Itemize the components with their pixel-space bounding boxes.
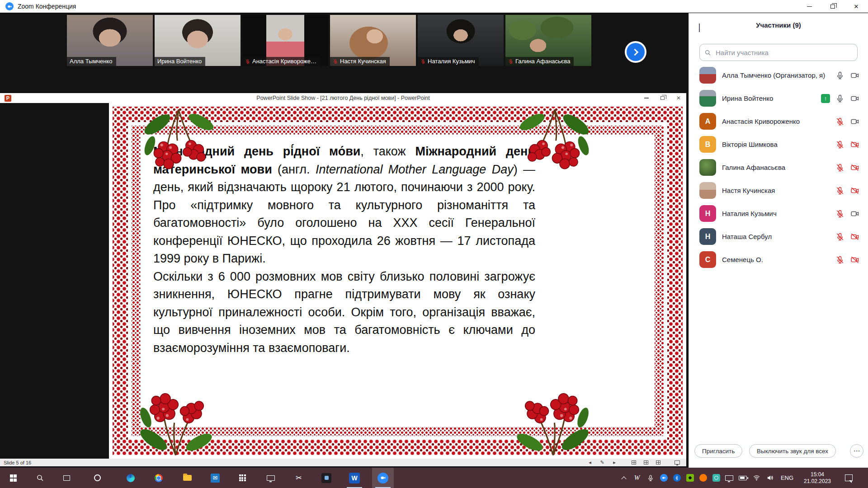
zoom-tray-icon[interactable] xyxy=(658,468,670,488)
participant-name: Семенець О. xyxy=(722,256,835,263)
grid-icon xyxy=(632,460,636,465)
apps-grid-button[interactable] xyxy=(231,468,253,488)
video-thumbnail[interactable]: Настя Кучинская xyxy=(330,15,416,66)
slideshow-options-button[interactable] xyxy=(654,459,663,466)
participant-row[interactable]: В Вікторія Шимкова xyxy=(689,133,868,156)
participant-row[interactable]: Галина Афанасьєва xyxy=(689,156,868,179)
snipping-tool-button[interactable]: ✂ xyxy=(288,468,310,488)
restore-button[interactable] xyxy=(821,0,844,13)
taskbar-search-button[interactable] xyxy=(29,468,51,488)
invite-button[interactable]: Пригласить xyxy=(694,444,742,458)
participant-name: Галина Афанасьєва xyxy=(722,164,835,171)
timer-tray-icon[interactable] xyxy=(710,468,722,488)
avatar: Н xyxy=(699,228,716,245)
chevron-up-icon xyxy=(621,476,626,481)
video-thumbnail[interactable]: Алла Тымченко xyxy=(67,15,153,66)
edge-button[interactable] xyxy=(120,468,142,488)
mic-muted-icon xyxy=(835,209,844,218)
close-icon: ✕ xyxy=(854,3,859,10)
participant-name: Алла Тымченко (Организатор, я) xyxy=(722,71,835,79)
zoom-titlebar: Zoom Конференция ✕ xyxy=(0,0,868,13)
minimize-button[interactable] xyxy=(797,0,821,13)
mail-button[interactable]: ✉ xyxy=(204,468,226,488)
participant-row[interactable]: Ирина Войтенко ↑ xyxy=(689,87,868,110)
camera-off-icon xyxy=(850,140,860,149)
participant-row[interactable]: А Анастасія Кривороженко xyxy=(689,110,868,133)
chrome-icon xyxy=(155,474,163,482)
start-button[interactable] xyxy=(2,468,24,488)
participant-row[interactable]: С Семенець О. xyxy=(689,248,868,271)
pen-annotate-button[interactable]: ✎ xyxy=(598,459,607,466)
cortana-button[interactable] xyxy=(86,468,108,488)
tray-expand-button[interactable] xyxy=(618,468,629,488)
camera-on-icon xyxy=(850,71,860,80)
see-all-slides-button[interactable] xyxy=(629,459,638,466)
zoom-slide-button[interactable] xyxy=(642,459,651,466)
powerpoint-titlebar[interactable]: P PowerPoint Slide Show - [21 лютого Ден… xyxy=(0,93,686,103)
taskbar-clock[interactable]: 15:04 21.02.2023 xyxy=(797,468,838,488)
tiles-icon xyxy=(239,474,246,481)
windows-taskbar: ✉ ✂ W W ENG 15:04 21.02.2023 xyxy=(0,468,868,488)
nvidia-tray-icon[interactable] xyxy=(684,468,696,488)
slide-paragraph: Оскільки з 6 000 розмовних мов світу бли… xyxy=(153,268,535,357)
camera-off-icon xyxy=(850,232,860,241)
participant-name: Настя Кучинская xyxy=(722,187,835,194)
ppt-minimize-icon[interactable] xyxy=(644,98,649,99)
file-explorer-button[interactable] xyxy=(176,468,198,488)
wifi-tray-icon[interactable] xyxy=(750,468,762,488)
participant-row[interactable]: Настя Кучинская xyxy=(689,179,868,202)
battery-tray-icon[interactable] xyxy=(737,468,749,488)
mute-all-button[interactable]: Выключить звук для всех xyxy=(749,444,836,458)
language-indicator[interactable]: ENG xyxy=(778,468,796,488)
close-button[interactable]: ✕ xyxy=(844,0,868,13)
search-input[interactable] xyxy=(715,48,853,57)
avast-tray-icon[interactable] xyxy=(697,468,709,488)
mic-muted-icon xyxy=(835,255,844,264)
participant-search[interactable] xyxy=(699,44,858,61)
task-view-button[interactable] xyxy=(56,468,77,488)
mic-on-icon xyxy=(835,71,844,80)
volume-tray-icon[interactable] xyxy=(764,468,776,488)
word-icon: W xyxy=(349,473,360,483)
video-thumbnail[interactable]: Анастасія Кривороже… xyxy=(242,15,328,66)
action-center-button[interactable] xyxy=(842,468,855,488)
muted-mic-icon xyxy=(508,59,514,64)
video-thumbnail-active-speaker[interactable]: Ирина Войтенко xyxy=(155,15,241,66)
avatar: Н xyxy=(699,205,716,222)
bluetooth-tray-icon[interactable] xyxy=(671,468,683,488)
word-taskbar-button[interactable]: W xyxy=(344,468,365,488)
zoom-icon xyxy=(660,474,668,482)
mic-on-icon xyxy=(835,94,844,103)
pen-tablet-tray-icon[interactable]: W xyxy=(631,468,643,488)
windows-logo-icon xyxy=(10,474,17,481)
participant-row[interactable]: Н Наташа Сербул xyxy=(689,225,868,248)
grid-icon xyxy=(644,460,648,465)
zoom-icon xyxy=(377,473,388,483)
connect-display-button[interactable] xyxy=(260,468,282,488)
more-options-button[interactable]: ⋯ xyxy=(850,444,863,458)
avatar xyxy=(699,159,716,176)
microphone-tray-icon[interactable] xyxy=(645,468,656,488)
gallery-scroll-right-button[interactable] xyxy=(627,43,645,61)
participant-name: Анастасія Кривороженко xyxy=(722,117,835,125)
projector-tray-icon[interactable] xyxy=(723,468,735,488)
next-slide-button[interactable]: ▸ xyxy=(610,459,619,466)
participant-name-label: Анастасія Кривороже… xyxy=(242,57,320,66)
participant-row[interactable]: Н Наталия Кузьмич xyxy=(689,202,868,225)
video-thumbnail[interactable]: Галина Афанасьєва xyxy=(505,15,591,66)
zoom-taskbar-button[interactable] xyxy=(372,468,394,488)
participant-row[interactable]: Алла Тымченко (Организатор, я) xyxy=(689,64,868,87)
action-center-icon xyxy=(845,474,853,481)
participants-list: Алла Тымченко (Организатор, я) Ирина Вой… xyxy=(689,64,868,271)
presentation-slide: Міжнаро́дний день рі́дної мо́ви, також М… xyxy=(109,103,686,459)
display-settings-button[interactable] xyxy=(673,459,682,466)
previous-slide-button[interactable]: ◂ xyxy=(585,459,594,466)
chrome-button[interactable] xyxy=(148,468,170,488)
kalyna-berries-ornament xyxy=(140,106,217,174)
avatar xyxy=(699,90,716,107)
ppt-close-icon[interactable]: ✕ xyxy=(676,95,681,101)
video-thumbnail[interactable]: Наталия Кузьмич xyxy=(418,15,504,66)
ppt-restore-icon[interactable] xyxy=(660,96,665,100)
participants-title: Участники (9) xyxy=(689,21,868,29)
media-app-button[interactable] xyxy=(316,468,337,488)
